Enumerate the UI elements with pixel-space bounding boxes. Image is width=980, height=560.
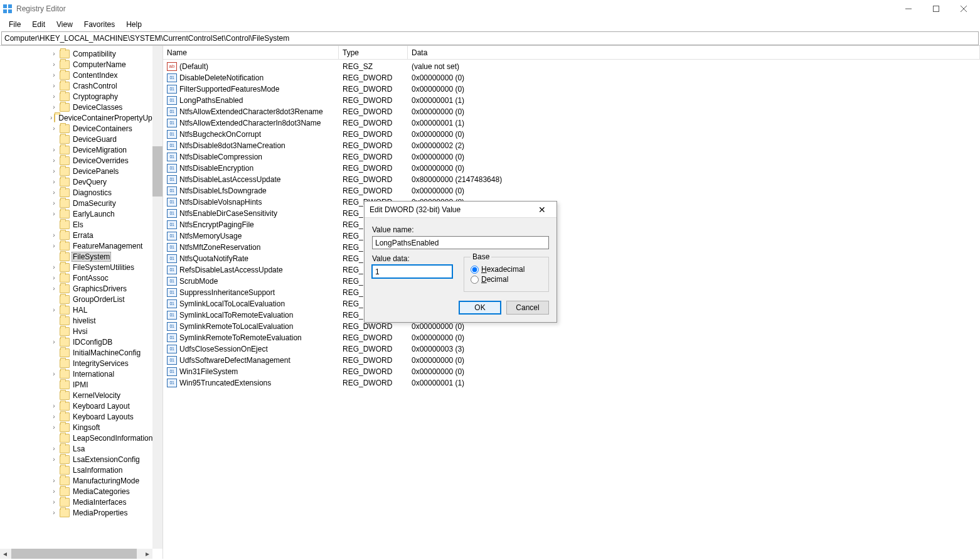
col-header-type[interactable]: Type [339, 46, 408, 59]
tree-item[interactable]: ›MediaInterfaces [0, 497, 162, 507]
radio-decimal[interactable]: Decimal [471, 275, 542, 284]
chevron-right-icon[interactable]: › [50, 242, 58, 249]
tree-scrollbar-horizontal[interactable]: ◂ ▸ [0, 549, 152, 559]
col-header-name[interactable]: Name [163, 46, 339, 59]
chevron-right-icon[interactable]: › [50, 370, 58, 377]
value-row[interactable]: SymlinkLocalToRemoteEvaluationREG_ [163, 310, 980, 321]
tree-item[interactable]: ›HAL [0, 304, 162, 315]
chevron-right-icon[interactable]: › [50, 274, 58, 281]
tree-item[interactable]: ›MediaProperties [0, 507, 162, 518]
chevron-right-icon[interactable]: › [50, 157, 58, 164]
tree-item[interactable]: ›FontAssoc [0, 272, 162, 283]
value-row[interactable]: NtfsBugcheckOnCorruptREG_DWORD0x00000000… [163, 129, 980, 140]
chevron-right-icon[interactable]: › [50, 72, 58, 78]
radio-hexadecimal[interactable]: Hexadecimal [471, 265, 542, 274]
tree-item[interactable]: ›Cryptography [0, 91, 162, 102]
tree-item[interactable]: ›International [0, 369, 162, 379]
tree-item[interactable]: ›Keyboard Layout [0, 401, 162, 411]
chevron-right-icon[interactable]: › [50, 285, 58, 292]
tree-item[interactable]: ›Errata [0, 230, 162, 240]
chevron-right-icon[interactable]: › [50, 125, 58, 132]
close-button[interactable] [950, 0, 977, 18]
tree-item[interactable]: ›Diagnostics [0, 187, 162, 198]
tree-item[interactable]: LsaInformation [0, 465, 162, 475]
value-row[interactable]: NtfsAllowExtendedCharacterIn8dot3NameREG… [163, 117, 980, 129]
value-name-input[interactable] [372, 236, 549, 249]
value-row[interactable]: NtfsDisableLfsDowngradeREG_DWORD0x000000… [163, 185, 980, 197]
value-row[interactable]: RefsDisableLastAccessUpdateREG_ [163, 264, 980, 276]
col-header-data[interactable]: Data [408, 46, 980, 59]
tree-item[interactable]: ›ContentIndex [0, 70, 162, 80]
tree-item[interactable]: ›DeviceClasses [0, 102, 162, 112]
tree-item[interactable]: ›CrashControl [0, 80, 162, 91]
chevron-right-icon[interactable]: › [50, 50, 58, 57]
chevron-right-icon[interactable]: › [50, 306, 58, 313]
menu-favorites[interactable]: Favorites [79, 19, 120, 30]
tree-item[interactable]: ›FeatureManagement [0, 240, 162, 251]
tree-item[interactable]: ›Lsa [0, 443, 162, 454]
value-row[interactable]: SuppressInheritanceSupportREG_ [163, 287, 980, 298]
chevron-right-icon[interactable]: › [50, 509, 58, 516]
tree-item[interactable]: ›DeviceMigration [0, 144, 162, 155]
value-row[interactable]: SymlinkLocalToLocalEvaluationREG_ [163, 298, 980, 310]
chevron-right-icon[interactable]: › [50, 424, 58, 431]
tree-item[interactable]: ›EarlyLaunch [0, 208, 162, 219]
menu-view[interactable]: View [51, 19, 78, 30]
chevron-right-icon[interactable]: › [50, 413, 58, 420]
chevron-right-icon[interactable]: › [50, 146, 58, 153]
value-row[interactable]: ScrubModeREG_ [163, 276, 980, 287]
radio-dec-input[interactable] [471, 276, 479, 284]
tree-item[interactable]: Hvsi [0, 326, 162, 337]
maximize-button[interactable] [922, 0, 950, 18]
chevron-right-icon[interactable]: › [50, 178, 58, 185]
tree-item[interactable]: ›DeviceContainerPropertyUpdate [0, 112, 162, 123]
chevron-right-icon[interactable]: › [50, 168, 58, 175]
value-row[interactable]: SymlinkRemoteToRemoteEvaluationREG_DWORD… [163, 332, 980, 343]
value-row[interactable]: NtfsMemoryUsageREG_ [163, 230, 980, 242]
value-row[interactable]: NtfsMftZoneReservationREG_ [163, 242, 980, 253]
value-row[interactable]: NtfsEncryptPagingFileREG_ [163, 219, 980, 230]
chevron-right-icon[interactable]: › [50, 477, 58, 484]
address-bar[interactable]: Computer\HKEY_LOCAL_MACHINE\SYSTEM\Curre… [1, 31, 979, 45]
tree-item[interactable]: ›FileSystemUtilities [0, 262, 162, 272]
scroll-left-icon[interactable]: ◂ [0, 549, 10, 559]
menu-file[interactable]: File [4, 19, 26, 30]
tree-item[interactable]: IntegrityServices [0, 358, 162, 369]
tree-item[interactable]: InitialMachineConfig [0, 347, 162, 358]
radio-hex-input[interactable] [471, 266, 479, 274]
tree-item[interactable]: ›GraphicsDrivers [0, 283, 162, 294]
chevron-right-icon[interactable]: › [50, 104, 58, 110]
dialog-close-button[interactable]: ✕ [533, 205, 551, 215]
tree-item[interactable]: ›Keyboard Layouts [0, 411, 162, 422]
value-row[interactable]: NtfsQuotaNotifyRateREG_ [163, 253, 980, 264]
tree-item[interactable]: IPMI [0, 379, 162, 390]
chevron-right-icon[interactable]: › [50, 488, 58, 495]
tree-item[interactable]: ›Compatibility [0, 48, 162, 59]
tree-item[interactable]: ›DmaSecurity [0, 198, 162, 208]
tree-item[interactable]: ›DevicePanels [0, 166, 162, 176]
chevron-right-icon[interactable]: › [50, 82, 58, 89]
chevron-right-icon[interactable]: › [50, 200, 58, 207]
value-row[interactable]: NtfsDisableEncryptionREG_DWORD0x00000000… [163, 163, 980, 174]
cancel-button[interactable]: Cancel [506, 301, 549, 315]
chevron-right-icon[interactable]: › [50, 93, 58, 100]
tree-scroll-thumb-h[interactable] [11, 549, 137, 559]
tree-item[interactable]: GroupOrderList [0, 294, 162, 304]
menu-edit[interactable]: Edit [27, 19, 50, 30]
tree-item[interactable]: DeviceGuard [0, 134, 162, 144]
minimize-button[interactable] [895, 0, 922, 18]
value-row[interactable]: Win31FileSystemREG_DWORD0x00000000 (0) [163, 366, 980, 377]
value-row[interactable]: NtfsDisableLastAccessUpdateREG_DWORD0x80… [163, 174, 980, 185]
chevron-right-icon[interactable]: › [50, 338, 58, 345]
value-row[interactable]: NtfsDisableCompressionREG_DWORD0x0000000… [163, 151, 980, 163]
tree-item[interactable]: ›ManufacturingMode [0, 475, 162, 486]
value-row[interactable]: UdfsCloseSessionOnEjectREG_DWORD0x000000… [163, 343, 980, 355]
value-row[interactable]: NtfsDisableVolsnapHintsREG_DWORD0x000000… [163, 197, 980, 208]
tree-item[interactable]: ›Kingsoft [0, 422, 162, 433]
chevron-right-icon[interactable]: › [50, 61, 58, 68]
tree-item[interactable]: ›IDConfigDB [0, 337, 162, 347]
tree-scroll-thumb-v[interactable] [152, 146, 162, 197]
chevron-right-icon[interactable]: › [50, 402, 58, 409]
tree-item[interactable]: hivelist [0, 315, 162, 326]
ok-button[interactable]: OK [459, 301, 501, 315]
